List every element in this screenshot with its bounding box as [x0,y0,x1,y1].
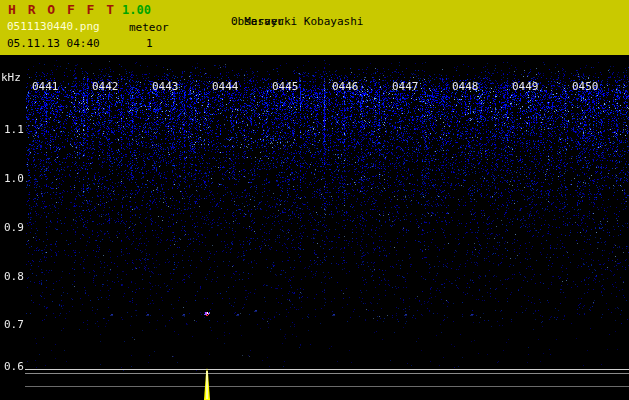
x-tick-0442: 0442 [92,81,119,93]
y-tick-1.0: 1.0 [4,173,24,185]
y-tick-0.6: 0.6 [4,361,24,373]
y-tick-0.7: 0.7 [4,319,24,331]
x-tick-0444: 0444 [212,81,239,93]
spectrogram-panel: kHz 1.1 1.0 0.9 0.8 0.7 0.6 0441 0442 04… [0,55,629,400]
x-tick-0441: 0441 [32,81,59,93]
x-tick-0446: 0446 [332,81,359,93]
header: H R O F F T 1.00 0511130440.png meteor 0… [0,0,629,55]
y-tick-1.1: 1.1 [4,124,24,136]
x-tick-0450: 0450 [572,81,599,93]
observation-datetime: 05.11.13 04:40 [7,37,100,50]
mode-label: meteor [129,21,169,34]
hrofft-output: H R O F F T 1.00 0511130440.png meteor 0… [0,0,629,400]
spectrogram-canvas [0,55,629,400]
y-tick-0.9: 0.9 [4,222,24,234]
x-tick-0443: 0443 [152,81,179,93]
info-value: : Masayuki Kobayashi [231,15,363,28]
x-tick-0449: 0449 [512,81,539,93]
y-axis-unit: kHz [1,72,21,84]
app-title: H R O F F T [8,2,116,17]
y-tick-0.8: 0.8 [4,271,24,283]
app-version: 1.00 [122,3,151,17]
x-tick-0448: 0448 [452,81,479,93]
meteor-count: 1 [146,37,153,50]
filename: 0511130440.png [7,20,100,33]
x-tick-0445: 0445 [272,81,299,93]
info-row-observer: Observer: Masayuki Kobayashi [178,2,231,41]
x-tick-0447: 0447 [392,81,419,93]
